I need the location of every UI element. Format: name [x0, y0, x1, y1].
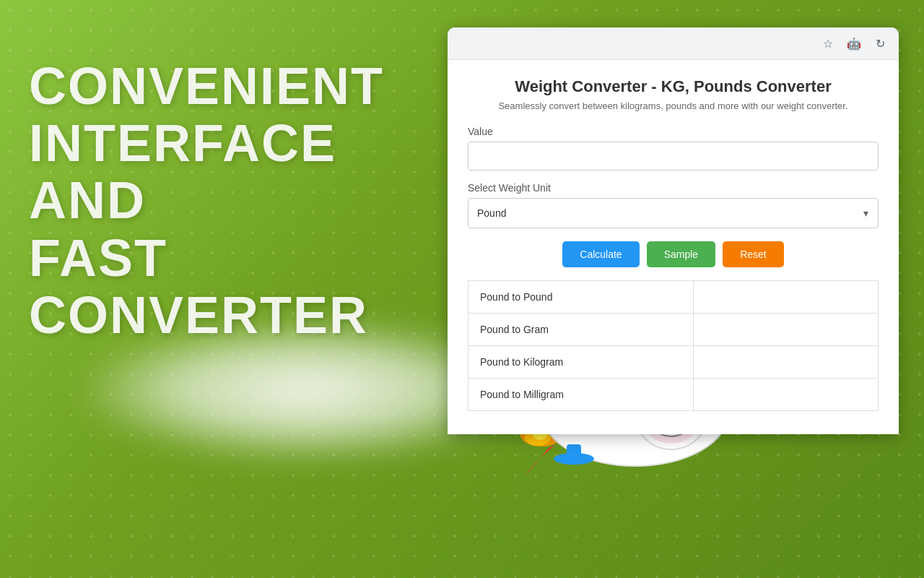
result-label: Pound to Kilogram — [468, 346, 694, 379]
browser-toolbar: ☆ 🤖 ↻ — [448, 27, 899, 59]
table-row: Pound to Pound — [468, 281, 879, 314]
app-content: Weight Converter - KG, Pounds Converter … — [448, 59, 899, 434]
hero-line2: INTERFACE AND — [29, 115, 411, 229]
table-row: Pound to Gram — [468, 314, 879, 346]
action-buttons: Calculate Sample Reset — [468, 241, 879, 267]
result-value — [694, 346, 879, 379]
table-row: Pound to Milligram — [468, 379, 879, 411]
calculate-button[interactable]: Calculate — [562, 241, 639, 267]
result-value — [694, 379, 879, 411]
app-subtitle: Seamlessly convert between kilograms, po… — [468, 100, 879, 111]
result-label: Pound to Milligram — [468, 379, 694, 411]
weight-unit-select[interactable]: Pound Kilogram Gram Milligram Ounce Ton — [468, 198, 879, 228]
reset-button[interactable]: Reset — [723, 241, 784, 267]
extension-button[interactable]: 🤖 — [844, 33, 864, 53]
hero-text: CONVENIENT INTERFACE AND FAST CONVERTER — [29, 58, 411, 344]
hero-line3: FAST CONVERTER — [29, 230, 411, 344]
app-title: Weight Converter - KG, Pounds Converter — [468, 77, 879, 96]
result-value — [694, 281, 879, 314]
hero-line1: CONVENIENT — [29, 58, 411, 115]
reload-button[interactable]: ↻ — [870, 33, 890, 53]
value-label: Value — [468, 126, 879, 137]
svg-rect-5 — [567, 444, 581, 460]
sample-button[interactable]: Sample — [647, 241, 715, 267]
value-input[interactable] — [468, 142, 879, 171]
result-label: Pound to Pound — [468, 281, 694, 314]
refresh-icon: ↻ — [876, 37, 885, 51]
star-icon: ☆ — [823, 37, 833, 51]
result-label: Pound to Gram — [468, 314, 694, 346]
result-value — [694, 314, 879, 346]
robot-icon: 🤖 — [847, 37, 861, 51]
browser-panel: ☆ 🤖 ↻ Weight Converter - KG, Pounds Conv… — [448, 27, 899, 434]
results-table: Pound to Pound Pound to Gram Pound to Ki… — [468, 280, 879, 411]
bookmark-button[interactable]: ☆ — [818, 33, 838, 53]
table-row: Pound to Kilogram — [468, 346, 879, 379]
select-weight-label: Select Weight Unit — [468, 182, 879, 194]
weight-select-wrapper: Pound Kilogram Gram Milligram Ounce Ton … — [468, 198, 879, 228]
